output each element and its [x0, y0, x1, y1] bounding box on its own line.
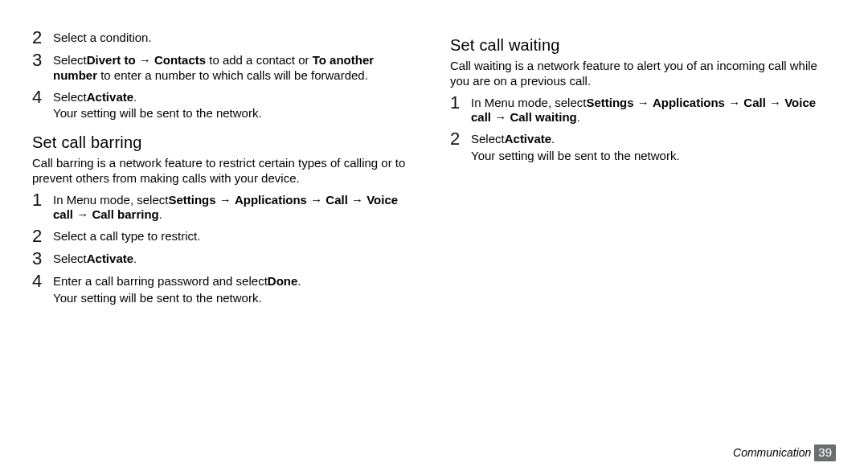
step-text: Enter a call barring password and select…: [53, 272, 418, 306]
step-number: 4: [32, 272, 53, 290]
step-number: 2: [32, 227, 53, 245]
step-number: 2: [32, 29, 53, 47]
step-number: 3: [32, 250, 53, 268]
step-item: 4 SelectActivate. Your setting will be s…: [32, 88, 418, 122]
step-text: SelectActivate.: [53, 250, 418, 267]
manual-page: 2 Select a condition. 3 SelectDivert to …: [0, 0, 868, 471]
step-note: Your setting will be sent to the network…: [53, 106, 418, 121]
left-column: 2 Select a condition. 3 SelectDivert to …: [32, 24, 418, 471]
step-text: SelectDivert to → Contacts to add a cont…: [53, 51, 418, 84]
step-item: 3 SelectActivate.: [32, 250, 418, 268]
step-item: 2 SelectActivate. Your setting will be s…: [450, 130, 836, 164]
step-item: 1 In Menu mode, selectSettings → Applica…: [450, 94, 836, 126]
step-number: 1: [450, 94, 471, 112]
step-text: In Menu mode, selectSettings → Applicati…: [53, 191, 418, 223]
step-item: 2 Select a call type to restrict.: [32, 227, 418, 245]
step-text: Select a condition.: [53, 29, 418, 46]
section-intro: Call waiting is a network feature to ale…: [450, 59, 836, 89]
step-item: 1 In Menu mode, selectSettings → Applica…: [32, 191, 418, 223]
step-item: 4 Enter a call barring password and sele…: [32, 272, 418, 306]
footer-section-label: Communication: [733, 446, 814, 461]
section-title-call-waiting: Set call waiting: [450, 35, 836, 55]
step-text: SelectActivate. Your setting will be sen…: [471, 130, 836, 164]
step-number: 1: [32, 191, 53, 209]
step-text: SelectActivate. Your setting will be sen…: [53, 88, 418, 122]
step-number: 2: [450, 130, 471, 148]
page-number: 39: [814, 444, 836, 461]
step-item: 2 Select a condition.: [32, 29, 418, 47]
step-text: In Menu mode, selectSettings → Applicati…: [471, 94, 836, 126]
section-title-call-barring: Set call barring: [32, 133, 418, 153]
step-note: Your setting will be sent to the network…: [471, 149, 836, 164]
step-note: Your setting will be sent to the network…: [53, 291, 418, 306]
step-item: 3 SelectDivert to → Contacts to add a co…: [32, 51, 418, 84]
right-column: Set call waiting Call waiting is a netwo…: [450, 24, 836, 471]
section-intro: Call barring is a network feature to res…: [32, 156, 418, 186]
page-footer: Communication 39: [733, 444, 836, 461]
step-number: 3: [32, 51, 53, 69]
step-text: Select a call type to restrict.: [53, 227, 418, 244]
step-number: 4: [32, 88, 53, 106]
